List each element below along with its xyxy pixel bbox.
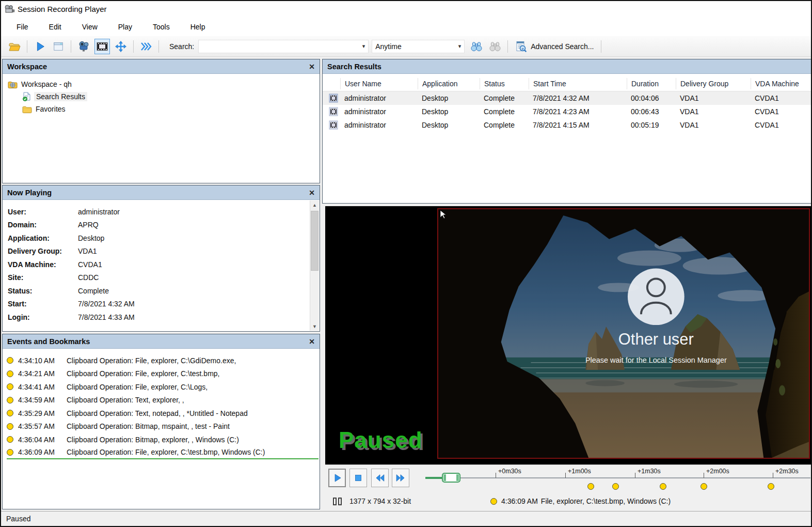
search-results-panel-title: Search Results <box>327 63 381 71</box>
menu-file[interactable]: File <box>9 19 36 35</box>
event-time: 4:34:21 AM <box>18 369 67 378</box>
filmstrip-view-button[interactable] <box>94 39 110 54</box>
tree-item-label: Favorites <box>36 105 66 113</box>
play-button[interactable] <box>328 469 346 487</box>
cell-delivery-group: VDA1 <box>676 94 751 102</box>
timeline-tick <box>704 473 704 478</box>
fast-forward-toolbar-button[interactable] <box>138 39 154 54</box>
chevron-down-icon[interactable]: ▾ <box>458 43 461 50</box>
other-user-tile[interactable] <box>628 269 684 326</box>
time-range-combobox[interactable]: Anytime ▾ <box>372 40 465 53</box>
event-item[interactable]: 4:34:41 AMClipboard Operation: File, exp… <box>7 380 320 394</box>
event-item-selected[interactable]: 4:36:09 AMClipboard Operation: File, exp… <box>7 446 319 460</box>
event-dot-icon <box>7 449 13 456</box>
timeline-event-dot[interactable] <box>587 483 594 490</box>
event-item[interactable]: 4:34:59 AMClipboard Operation: Text, exp… <box>7 394 320 407</box>
event-item[interactable]: 4:34:21 AMClipboard Operation: File, exp… <box>7 367 320 381</box>
event-text: Clipboard Operation: File, explorer, C:\… <box>67 357 236 365</box>
cell-vda-machine: CVDA1 <box>751 107 811 116</box>
event-item[interactable]: 4:35:57 AMClipboard Operation: Bitmap, m… <box>7 420 320 433</box>
column-header-delivery-group[interactable]: Delivery Group <box>676 78 751 89</box>
event-text: Clipboard Operation: Bitmap, explorer, ,… <box>67 436 239 444</box>
menu-help[interactable]: Help <box>183 19 213 35</box>
search-combobox[interactable]: ▾ <box>198 40 369 53</box>
resolution-text: 1377 x 794 x 32-bit <box>349 497 411 505</box>
advanced-search-button[interactable]: e Advanced Search... <box>511 39 598 54</box>
column-header-icon[interactable] <box>323 78 340 89</box>
player-window-button[interactable] <box>51 39 66 54</box>
now-playing-panel-header: Now Playing ✕ <box>3 185 320 200</box>
event-dot-icon <box>7 436 13 443</box>
column-header-application[interactable]: Application <box>418 78 480 89</box>
projector-icon <box>77 40 90 53</box>
search-input[interactable] <box>202 42 352 51</box>
current-event-time: 4:36:09 AM <box>501 497 538 505</box>
column-header-start-time[interactable]: Start Time <box>529 78 627 89</box>
seek-handle[interactable] <box>442 473 460 483</box>
table-row[interactable]: administrator Desktop Complete 7/8/2021 … <box>323 105 811 118</box>
field-value: administrator <box>78 208 120 216</box>
scrollbar-thumb[interactable] <box>311 211 319 271</box>
event-item[interactable]: 4:34:10 AMClipboard Operation: File, exp… <box>7 354 320 367</box>
menu-tools[interactable]: Tools <box>146 19 177 35</box>
column-header-status[interactable]: Status <box>480 78 529 89</box>
stop-button[interactable] <box>349 469 367 487</box>
cell-application: Desktop <box>418 121 480 129</box>
now-playing-scrollbar[interactable]: ▲ ▼ <box>310 200 319 331</box>
tree-item-favorites[interactable]: Favorites <box>8 103 320 115</box>
timeline-tick <box>635 473 635 478</box>
search-button[interactable] <box>469 39 484 54</box>
favorites-folder-icon <box>22 105 33 114</box>
event-item[interactable]: 4:36:04 AMClipboard Operation: Bitmap, e… <box>7 433 320 446</box>
binoculars-icon <box>470 41 483 52</box>
seek-track[interactable] <box>425 477 810 478</box>
fast-forward-button[interactable] <box>392 469 409 487</box>
scroll-down-icon[interactable]: ▼ <box>310 322 319 331</box>
field-value: CVDA1 <box>78 260 102 269</box>
close-icon[interactable]: ✕ <box>309 63 315 71</box>
pan-button[interactable] <box>113 39 129 54</box>
timeline-label: +1m00s <box>568 468 591 475</box>
field-label: VDA Machine: <box>8 260 78 269</box>
menu-play[interactable]: Play <box>111 19 139 35</box>
timeline-tick <box>565 473 566 478</box>
menu-edit[interactable]: Edit <box>42 19 69 35</box>
column-header-vda-machine[interactable]: VDA Machine <box>751 78 811 89</box>
tree-item-workspace[interactable]: Workspace - qh <box>8 78 320 90</box>
event-dot-icon <box>7 410 13 416</box>
menu-view[interactable]: View <box>75 19 105 35</box>
table-row[interactable]: administrator Desktop Complete 7/8/2021 … <box>323 118 811 132</box>
event-text: Clipboard Operation: Text, notepad, , *U… <box>67 409 248 417</box>
timeline-event-dot[interactable] <box>660 483 666 490</box>
cell-vda-machine: CVDA1 <box>751 121 811 129</box>
column-header-duration[interactable]: Duration <box>627 78 676 89</box>
field-value: CDDC <box>78 273 99 282</box>
timeline-event-dot[interactable] <box>612 483 619 490</box>
play-button-toolbar[interactable] <box>32 39 47 54</box>
event-dot-icon <box>7 383 13 390</box>
rewind-icon <box>374 472 386 484</box>
timeline-event-dot[interactable] <box>700 483 707 490</box>
event-item[interactable]: 4:35:29 AMClipboard Operation: Text, not… <box>7 407 320 420</box>
table-row[interactable]: administrator Desktop Complete 7/8/2021 … <box>323 91 811 105</box>
current-event: 4:36:09 AM File, explorer, C:\test.bmp, … <box>490 497 671 505</box>
open-file-button[interactable] <box>7 39 22 54</box>
recording-film-icon <box>329 94 338 103</box>
scroll-up-icon[interactable]: ▲ <box>310 200 319 209</box>
workspace-panel: Workspace ✕ Workspace - qh <box>2 59 320 183</box>
tree-item-search-results[interactable]: Search Results <box>8 90 320 103</box>
projector-view-button[interactable] <box>76 39 91 54</box>
event-time: 4:34:41 AM <box>18 383 67 391</box>
timeline-event-dot[interactable] <box>768 483 774 490</box>
toolbar-separator <box>158 40 159 53</box>
advanced-search-icon: e <box>515 40 528 53</box>
column-header-user-name[interactable]: User Name <box>340 78 418 89</box>
close-icon[interactable]: ✕ <box>309 337 315 346</box>
cell-start-time: 7/8/2021 4:15 AM <box>529 121 627 129</box>
events-panel-title: Events and Bookmarks <box>7 337 90 346</box>
close-icon[interactable]: ✕ <box>309 189 315 197</box>
rewind-button[interactable] <box>371 469 389 487</box>
chevron-down-icon[interactable]: ▾ <box>362 43 365 50</box>
field-label: User: <box>8 208 78 216</box>
field-label: Delivery Group: <box>8 247 78 255</box>
